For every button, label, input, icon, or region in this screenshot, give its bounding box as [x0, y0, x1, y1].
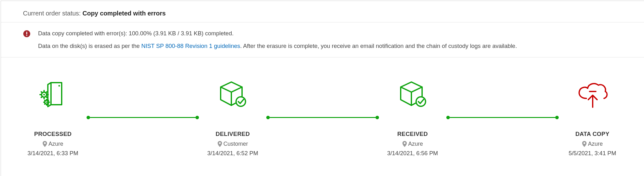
connector-line-icon — [270, 117, 375, 118]
step-timestamp: 5/5/2021, 3:41 PM — [568, 150, 616, 157]
svg-point-26 — [236, 97, 246, 106]
svg-line-24 — [48, 100, 48, 101]
copy-status-message: Data copy completed with error(s): 100.0… — [38, 30, 517, 37]
delivered-icon — [217, 79, 248, 111]
timeline-connector — [446, 117, 559, 118]
svg-point-28 — [416, 97, 426, 106]
step-location-text: Azure — [408, 141, 423, 147]
svg-line-13 — [41, 97, 42, 98]
svg-point-2 — [26, 35, 27, 36]
svg-line-21 — [45, 100, 45, 101]
svg-point-16 — [46, 102, 47, 103]
svg-line-22 — [48, 103, 48, 104]
erasure-prefix: Data on the disk(s) is erased as per the — [38, 43, 141, 49]
error-icon — [23, 30, 31, 39]
received-icon — [397, 79, 428, 111]
step-location-text: Azure — [48, 141, 63, 147]
connector-dot-icon — [266, 116, 270, 119]
location-pin-icon — [402, 141, 407, 147]
step-processed: PROCESSED Azure 3/14/2021, 6:33 PM — [23, 79, 83, 157]
step-label: RECEIVED — [397, 131, 428, 138]
erasure-suffix: . After the erasure is complete, you rec… — [240, 43, 517, 49]
svg-line-23 — [45, 103, 45, 104]
erasure-message: Data on the disk(s) is erased as per the… — [38, 43, 517, 50]
step-data-copy: DATA COPY Azure 5/5/2021, 3:41 PM — [562, 79, 622, 157]
status-value: Copy completed with errors — [82, 10, 166, 17]
connector-dot-icon — [446, 116, 450, 119]
location-pin-icon — [217, 141, 222, 147]
step-received: RECEIVED Azure 3/14/2021, 6:56 PM — [383, 79, 443, 157]
connector-line-icon — [450, 117, 555, 118]
step-location: Customer — [217, 141, 248, 147]
svg-point-4 — [59, 85, 60, 87]
processed-icon — [37, 79, 69, 111]
connector-dot-icon — [555, 116, 559, 119]
svg-line-12 — [46, 97, 47, 98]
svg-line-14 — [46, 92, 47, 93]
step-location: Azure — [402, 141, 423, 147]
svg-rect-1 — [26, 32, 27, 35]
location-pin-icon — [42, 141, 47, 147]
svg-line-11 — [41, 92, 42, 93]
timeline-connector — [266, 117, 379, 118]
step-label: PROCESSED — [34, 131, 72, 138]
connector-dot-icon — [376, 116, 379, 119]
order-status-panel: Current order status: Copy completed wit… — [1, 1, 644, 176]
step-label: DELIVERED — [216, 131, 250, 138]
step-location: Azure — [42, 141, 63, 147]
step-timestamp: 3/14/2021, 6:56 PM — [387, 150, 438, 157]
order-timeline: PROCESSED Azure 3/14/2021, 6:33 PM — [1, 57, 644, 166]
connector-dot-icon — [87, 116, 90, 119]
step-timestamp: 3/14/2021, 6:33 PM — [27, 150, 78, 157]
status-prefix: Current order status: — [23, 10, 82, 17]
step-timestamp: 3/14/2021, 6:52 PM — [207, 150, 258, 157]
status-header: Current order status: Copy completed wit… — [1, 1, 644, 22]
timeline-connector — [87, 117, 199, 118]
message-block: Data copy completed with error(s): 100.0… — [1, 22, 644, 57]
data-copy-icon — [575, 79, 610, 111]
nist-guidelines-link[interactable]: NIST SP 800-88 Revision 1 guidelines — [141, 43, 240, 49]
step-delivered: DELIVERED Customer 3/14/2021, 6:52 PM — [203, 79, 263, 157]
step-location-text: Customer — [223, 141, 248, 147]
location-pin-icon — [582, 141, 587, 147]
step-location: Azure — [582, 141, 603, 147]
svg-point-6 — [43, 94, 45, 95]
connector-dot-icon — [195, 116, 199, 119]
connector-line-icon — [90, 117, 195, 118]
step-label: DATA COPY — [575, 131, 609, 138]
step-location-text: Azure — [588, 141, 603, 147]
message-lines: Data copy completed with error(s): 100.0… — [38, 30, 517, 50]
